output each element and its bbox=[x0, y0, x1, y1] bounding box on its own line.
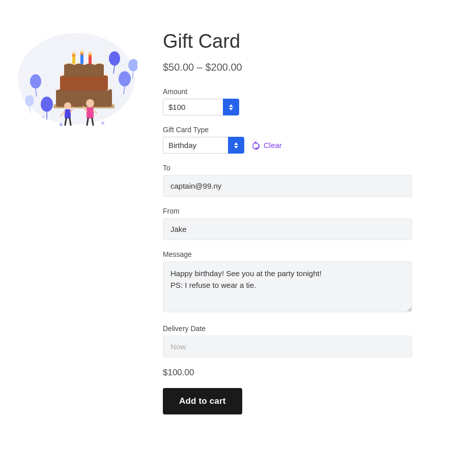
clear-label: Clear bbox=[264, 141, 282, 150]
add-to-cart-button[interactable]: Add to cart bbox=[163, 388, 242, 414]
total-price: $100.00 bbox=[163, 368, 448, 378]
page-container: Gift Card $50.00 – $200.00 Amount $50 $7… bbox=[10, 20, 448, 414]
svg-line-37 bbox=[92, 118, 93, 125]
svg-rect-33 bbox=[87, 107, 94, 118]
amount-label: Amount bbox=[163, 87, 448, 96]
amount-select-wrapper: $50 $75 $100 $150 $200 bbox=[163, 99, 239, 115]
gift-card-type-label: Gift Card Type bbox=[163, 126, 448, 134]
from-input[interactable] bbox=[163, 218, 412, 240]
svg-rect-27 bbox=[65, 109, 71, 118]
message-label: Message bbox=[163, 250, 448, 258]
svg-point-1 bbox=[41, 97, 53, 112]
delivery-date-field-group: Delivery Date bbox=[163, 324, 448, 358]
message-textarea[interactable]: Happy birthday! See you at the party ton… bbox=[163, 261, 412, 312]
svg-rect-14 bbox=[56, 89, 112, 107]
svg-line-31 bbox=[70, 118, 71, 125]
delivery-date-label: Delivery Date bbox=[163, 324, 448, 333]
svg-line-30 bbox=[65, 118, 66, 125]
product-title: Gift Card bbox=[163, 31, 448, 52]
refresh-icon bbox=[251, 141, 261, 150]
gift-card-type-select[interactable]: Birthday Anniversary General Thank You bbox=[163, 137, 244, 154]
svg-point-32 bbox=[86, 99, 94, 107]
svg-point-40 bbox=[42, 116, 44, 118]
illustration-area bbox=[10, 20, 142, 127]
product-details: Gift Card $50.00 – $200.00 Amount $50 $7… bbox=[163, 20, 448, 414]
svg-point-23 bbox=[81, 50, 83, 53]
to-field-group: To bbox=[163, 164, 448, 197]
from-label: From bbox=[163, 207, 448, 215]
product-illustration bbox=[15, 25, 137, 127]
svg-point-7 bbox=[119, 71, 131, 86]
svg-point-26 bbox=[64, 102, 71, 109]
gift-type-select-wrapper: Birthday Anniversary General Thank You bbox=[163, 137, 244, 154]
to-label: To bbox=[163, 164, 448, 172]
amount-field-group: Amount $50 $75 $100 $150 $200 bbox=[163, 87, 448, 115]
price-range: $50.00 – $200.00 bbox=[163, 62, 448, 73]
message-field-group: Message Happy birthday! See you at the p… bbox=[163, 250, 448, 314]
clear-button[interactable]: Clear bbox=[251, 141, 282, 150]
svg-rect-16 bbox=[64, 64, 104, 77]
svg-rect-15 bbox=[60, 75, 108, 91]
amount-select[interactable]: $50 $75 $100 $150 $200 bbox=[163, 99, 239, 115]
svg-line-12 bbox=[30, 106, 31, 113]
svg-line-36 bbox=[87, 118, 88, 125]
svg-point-21 bbox=[73, 52, 75, 55]
svg-point-38 bbox=[60, 123, 63, 126]
to-input[interactable] bbox=[163, 175, 412, 197]
gift-type-row: Birthday Anniversary General Thank You bbox=[163, 137, 448, 154]
delivery-date-input[interactable] bbox=[163, 336, 412, 358]
svg-point-11 bbox=[25, 95, 34, 106]
svg-point-39 bbox=[101, 122, 104, 125]
svg-point-3 bbox=[30, 74, 41, 88]
svg-point-5 bbox=[109, 51, 120, 66]
gift-card-type-field-group: Gift Card Type Birthday Anniversary Gene… bbox=[163, 126, 448, 154]
svg-point-25 bbox=[89, 52, 91, 55]
from-field-group: From bbox=[163, 207, 448, 240]
